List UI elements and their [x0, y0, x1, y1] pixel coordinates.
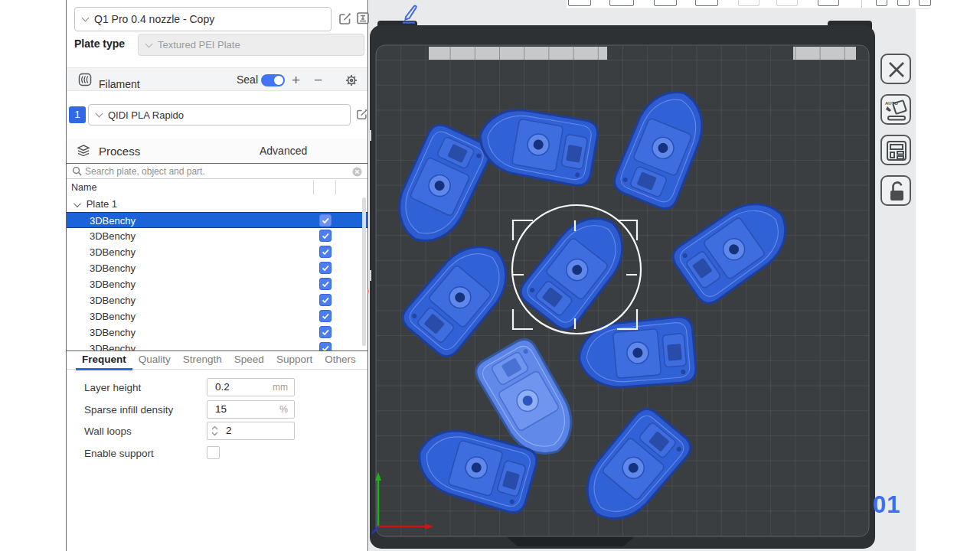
visibility-checkbox[interactable]: [319, 294, 332, 306]
param-label: Enable support: [84, 444, 154, 463]
delete-all-button[interactable]: [880, 54, 911, 84]
panel-handle[interactable]: [369, 270, 371, 281]
filament-section-title: Filament: [99, 73, 140, 96]
param-value: 2: [226, 422, 232, 439]
param-value: 0.2: [215, 379, 230, 396]
left-sidebar: Q1 Pro 0.4 nozzle - Copy Plate type Text…: [66, 0, 368, 551]
printer-select[interactable]: Q1 Pro 0.4 nozzle - Copy: [74, 7, 332, 31]
panel-icon[interactable]: [818, 0, 839, 6]
tree-item-label: 3DBenchy: [90, 228, 136, 244]
search-icon: [72, 166, 82, 176]
gear-icon[interactable]: [345, 73, 358, 87]
param-unit: %: [279, 401, 288, 418]
seal-toggle[interactable]: [261, 74, 285, 86]
visibility-checkbox[interactable]: [319, 310, 332, 322]
visibility-checkbox[interactable]: [319, 230, 332, 242]
plate-front-notch: [505, 536, 635, 546]
tree-item-plate[interactable]: Plate 1: [67, 196, 368, 212]
visibility-checkbox[interactable]: [319, 326, 332, 338]
arrange-icon: [883, 137, 910, 165]
process-section-header: Process GlobalObjects Advanced: [67, 139, 368, 163]
plate-settings-icon[interactable]: [695, 0, 718, 6]
delete-icon: [883, 56, 910, 83]
param-row: Sparse infill density15%: [67, 400, 368, 419]
printer-select-value: Q1 Pro 0.4 nozzle - Copy: [94, 13, 214, 25]
tab-strength[interactable]: Strength: [177, 351, 228, 370]
divider: [861, 0, 862, 8]
tab-quality[interactable]: Quality: [132, 351, 177, 370]
tree-item-3dbenchy[interactable]: 3DBenchy: [67, 276, 368, 292]
printer-calibration-icon[interactable]: [356, 11, 370, 25]
qidi-studio-window: { "window": { "toolbar_hint": ".:" }, "s…: [0, 0, 980, 551]
filament-slot-number: 1: [69, 106, 86, 123]
enable-support-checkbox[interactable]: [207, 446, 220, 459]
wall-loops-input[interactable]: 2: [207, 422, 295, 440]
tree-item-3dbenchy[interactable]: 3DBenchy: [67, 292, 368, 308]
tree-item-3dbenchy[interactable]: 3DBenchy: [67, 308, 368, 324]
chevron-down-icon: [82, 15, 90, 22]
remove-filament-button[interactable]: −: [314, 68, 322, 92]
layout-icon[interactable]: [919, 0, 931, 6]
printer-icon[interactable]: [568, 0, 591, 6]
tree-item-3dbenchy[interactable]: 3DBenchy: [67, 341, 368, 350]
auto-orient-button[interactable]: AUTO: [880, 94, 911, 125]
advanced-label: Advanced: [260, 139, 307, 163]
visibility-checkbox[interactable]: [319, 262, 332, 274]
tree-item-3dbenchy[interactable]: 3DBenchy: [67, 324, 368, 341]
visibility-checkbox[interactable]: [319, 342, 332, 350]
filament-box-icon[interactable]: [609, 0, 634, 6]
pencil-tool-icon[interactable]: [400, 3, 420, 24]
lock-button[interactable]: [880, 175, 911, 206]
import-icon[interactable]: [876, 0, 887, 6]
visibility-checkbox[interactable]: [319, 214, 332, 227]
build-plate-scene[interactable]: .hull{fill:var(--hull);stroke:var(--edge…: [369, 0, 916, 551]
tree-header-name: Name: [71, 182, 96, 193]
filament-select-value: QIDI PLA Rapido: [108, 109, 184, 121]
edit-preset-icon[interactable]: [338, 11, 352, 25]
redo-icon[interactable]: [776, 0, 798, 6]
param-unit: mm: [273, 379, 288, 396]
sparse-infill-density-input[interactable]: 15%: [207, 400, 295, 419]
tree-scrollbar[interactable]: [362, 197, 366, 346]
filament-select[interactable]: QIDI PLA Rapido: [88, 104, 351, 126]
tab-speed[interactable]: Speed: [228, 351, 270, 370]
plate-type-value: Textured PEI Plate: [158, 39, 240, 51]
clear-search-icon[interactable]: [352, 167, 362, 177]
panel-handle[interactable]: [369, 130, 371, 141]
process-section-title: Process: [99, 145, 140, 158]
param-label: Wall loops: [84, 422, 132, 441]
edit-filament-icon[interactable]: [356, 108, 368, 120]
tab-support[interactable]: Support: [270, 351, 318, 370]
column-divider: [335, 180, 336, 194]
caret-down-icon[interactable]: [74, 200, 81, 207]
undo-icon[interactable]: [738, 0, 760, 6]
tree-item-label: 3DBenchy: [90, 260, 136, 276]
add-filament-button[interactable]: +: [292, 68, 300, 92]
tree-item-label: 3DBenchy: [90, 341, 136, 350]
3d-viewport[interactable]: .hull{fill:var(--hull);stroke:var(--edge…: [369, 0, 916, 551]
tree-item-3dbenchy[interactable]: 3DBenchy: [67, 244, 368, 260]
plate-type-select[interactable]: Textured PEI Plate: [138, 34, 364, 56]
plate-number-label[interactable]: 01: [873, 491, 913, 519]
visibility-checkbox[interactable]: [319, 278, 332, 290]
process-icon: [77, 144, 90, 158]
tab-frequent[interactable]: Frequent: [76, 351, 132, 370]
arrange-button[interactable]: [880, 135, 911, 165]
spinner-arrows-icon[interactable]: [211, 424, 219, 438]
tab-others[interactable]: Others: [318, 351, 362, 370]
param-row: Enable support: [67, 444, 368, 463]
param-tabs: FrequentQualityStrengthSpeedSupportOther…: [67, 350, 368, 370]
visibility-checkbox[interactable]: [319, 246, 332, 258]
tree-item-3dbenchy[interactable]: 3DBenchy: [67, 260, 368, 276]
object-tree: Name Plate 1 3DBenchy3DBenchy3DBenchy3DB…: [67, 179, 368, 350]
tree-item-label: 3DBenchy: [90, 292, 136, 308]
top-toolbar: .:: [567, 0, 929, 9]
chevron-down-icon: [145, 40, 153, 47]
layer-height-input[interactable]: 0.2mm: [207, 378, 295, 396]
tree-item-3dbenchy[interactable]: 3DBenchy: [67, 212, 368, 228]
bed-level-icon[interactable]: [654, 0, 677, 6]
search-bar[interactable]: Search plate, object and part.: [67, 163, 368, 179]
select-icon[interactable]: [897, 0, 910, 6]
tree-item-3dbenchy[interactable]: 3DBenchy: [67, 228, 368, 244]
object-list: 3DBenchy3DBenchy3DBenchy3DBenchy3DBenchy…: [67, 212, 368, 350]
